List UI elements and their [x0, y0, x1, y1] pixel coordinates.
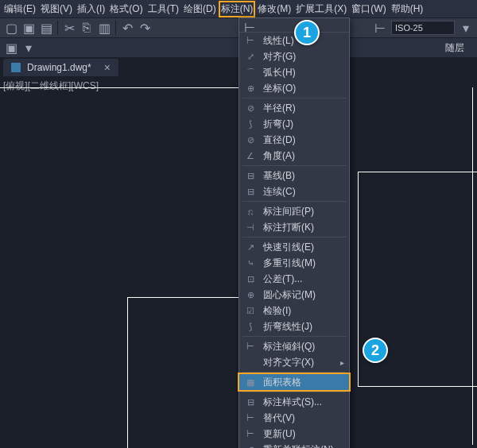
menu-item-inspect[interactable]: ☑检验(I): [239, 303, 349, 319]
separator: [115, 21, 116, 35]
menu-item-label: 基线(B): [263, 169, 295, 183]
annotation-callout-2: 2: [363, 338, 388, 363]
menu-item-reassociate[interactable]: ⟲重新关联标注(N): [239, 442, 349, 448]
menu-item-label: 直径(D): [263, 133, 296, 147]
inspect-icon: ☑: [244, 305, 257, 316]
tool-redo-icon[interactable]: ↷: [137, 20, 153, 36]
menu-item-dim-style[interactable]: ⊟标注样式(S)...: [239, 394, 349, 410]
menu-item-label: 对齐(G): [263, 50, 296, 64]
menu-item-label: 检验(I): [263, 304, 291, 318]
jog-linear-icon: ⟆: [244, 321, 257, 332]
tool-cut-icon[interactable]: ✂: [61, 20, 77, 36]
menu-item-quick-leader[interactable]: ↗快速引线(E): [239, 239, 349, 255]
menu-item-area-table[interactable]: ▦面积表格: [238, 373, 351, 392]
ordinate-icon: ⊕: [244, 83, 257, 94]
menu-item-aligned[interactable]: ⤢对齐(G): [239, 48, 349, 64]
menu-item-dim-break[interactable]: ⊣标注打断(K): [239, 219, 349, 235]
dim-dropdown-icon[interactable]: ▾: [458, 20, 474, 36]
oblique-icon: ⊢: [244, 341, 257, 352]
tool-open-icon[interactable]: ▣: [21, 20, 37, 36]
multi-leader-icon: ⤷: [244, 257, 257, 268]
tool-copy-icon[interactable]: ⎘: [79, 20, 95, 36]
quick-dim-icon[interactable]: ⊢: [244, 20, 255, 31]
dim-space-icon: ⎌: [244, 206, 257, 217]
menu-item-label: 公差(T)...: [263, 272, 302, 286]
menu-item-angular[interactable]: ∠角度(A): [239, 148, 349, 164]
layer-dropdown-icon[interactable]: ▾: [21, 40, 37, 56]
menu-item-label: 半径(R): [263, 102, 296, 115]
update-icon: ⊢: [244, 428, 257, 439]
close-icon[interactable]: ×: [104, 61, 111, 74]
jogged-icon: ⟆: [244, 118, 257, 129]
menu-item-align-text[interactable]: 对齐文字(X): [239, 354, 349, 370]
menu-7[interactable]: 修改(M): [255, 1, 293, 17]
menu-item-oblique[interactable]: ⊢标注倾斜(Q): [239, 338, 349, 354]
menu-9[interactable]: 窗口(W): [349, 1, 388, 17]
menu-item-radius[interactable]: ⊘半径(R): [239, 100, 349, 116]
menu-item-label: 折弯线性(J): [263, 320, 312, 334]
menu-item-label: 更新(U): [263, 427, 296, 441]
menu-item-label: 标注倾斜(Q): [263, 340, 315, 353]
menu-item-jogged[interactable]: ⟆折弯(J): [239, 116, 349, 132]
menu-4[interactable]: 工具(T): [145, 1, 181, 17]
menu-10[interactable]: 帮助(H): [389, 1, 426, 17]
menu-item-label: 多重引线(M): [263, 257, 316, 270]
continue-icon: ⊟: [244, 186, 257, 197]
menu-item-diameter[interactable]: ⊘直径(D): [239, 132, 349, 148]
menu-item-override[interactable]: ⊢替代(V): [239, 410, 349, 426]
file-icon: [11, 63, 21, 72]
linear-icon: ⊢: [244, 35, 257, 46]
menu-item-continue[interactable]: ⊟连续(C): [239, 183, 349, 199]
baseline-icon: ⊟: [244, 170, 257, 181]
tool-undo-icon[interactable]: ↶: [119, 20, 135, 36]
drawing-edge: [472, 87, 473, 445]
menu-item-multi-leader[interactable]: ⤷多重引线(M): [239, 255, 349, 271]
dimension-menu-dropdown: ⊢ ⊢线性(L)⤢对齐(G)⌒弧长(H)⊕坐标(O)⊘半径(R)⟆折弯(J)⊘直…: [238, 17, 350, 448]
menu-item-tolerance[interactable]: ⊡公差(T)...: [239, 271, 349, 287]
menu-separator: [242, 165, 346, 166]
menu-item-label: 坐标(O): [263, 82, 296, 95]
drawing-edge: [358, 386, 477, 387]
aligned-icon: ⤢: [244, 51, 257, 62]
menu-5[interactable]: 绘图(D): [181, 1, 219, 17]
menu-separator: [242, 98, 346, 98]
menu-item-jog-linear[interactable]: ⟆折弯线性(J): [239, 319, 349, 334]
dim-break-icon: ⊣: [244, 222, 257, 233]
menu-item-dim-space[interactable]: ⎌标注间距(P): [239, 203, 349, 219]
menu-2[interactable]: 插入(I): [75, 1, 107, 17]
menu-8[interactable]: 扩展工具(X): [293, 1, 349, 17]
dim-prev-icon[interactable]: ⊢: [372, 20, 388, 36]
tolerance-icon: ⊡: [244, 273, 257, 284]
menu-3[interactable]: 格式(O): [107, 1, 145, 17]
drawing-edge: [127, 297, 128, 448]
area-table-icon: ▦: [244, 377, 257, 388]
menu-6[interactable]: 标注(N): [219, 1, 256, 17]
menubar: 编辑(E)视图(V)插入(I)格式(O)工具(T)绘图(D)标注(N)修改(M)…: [0, 0, 477, 17]
menu-1[interactable]: 视图(V): [38, 1, 75, 17]
menu-separator: [242, 201, 346, 202]
menu-item-baseline[interactable]: ⊟基线(B): [239, 168, 349, 183]
menu-separator: [242, 237, 346, 238]
menu-item-label: 快速引线(E): [263, 241, 314, 254]
radius-icon: ⊘: [244, 102, 257, 114]
separator: [57, 21, 58, 35]
tool-paste-icon[interactable]: ▥: [96, 20, 112, 36]
tool-save-icon[interactable]: ▤: [38, 20, 54, 36]
arc-length-icon: ⌒: [244, 67, 257, 78]
file-tab[interactable]: Drawing1.dwg* ×: [3, 59, 118, 76]
tool-new-icon[interactable]: ▢: [3, 20, 19, 36]
center-mark-icon: ⊕: [244, 289, 257, 300]
menu-item-center-mark[interactable]: ⊕圆心标记(M): [239, 287, 349, 303]
dim-style-select[interactable]: [391, 21, 455, 35]
menu-item-arc-length[interactable]: ⌒弧长(H): [239, 64, 349, 80]
menu-separator: [242, 336, 346, 337]
menu-item-label: 弧长(H): [263, 66, 296, 79]
menu-item-label: 对齐文字(X): [263, 356, 314, 369]
layer-icon[interactable]: ▣: [3, 40, 19, 56]
menu-item-ordinate[interactable]: ⊕坐标(O): [239, 80, 349, 96]
align-text-icon: [244, 357, 257, 368]
menu-0[interactable]: 编辑(E): [2, 1, 38, 17]
file-tab-label: Drawing1.dwg*: [27, 62, 91, 73]
menu-item-label: 线性(L): [263, 34, 294, 48]
menu-item-update[interactable]: ⊢更新(U): [239, 426, 349, 442]
